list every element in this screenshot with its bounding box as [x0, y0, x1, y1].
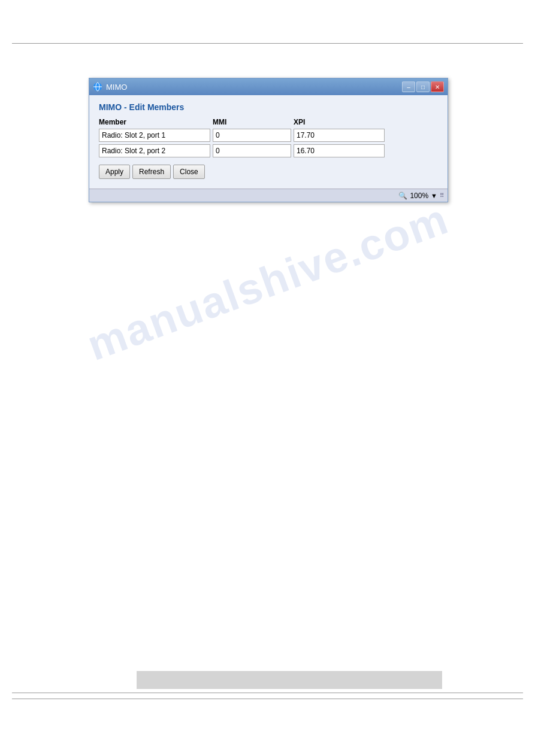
- xpi-input-2[interactable]: [294, 144, 385, 157]
- bottom-rule-1: [12, 693, 523, 693]
- title-bar: MIMO – □ ✕: [89, 78, 448, 95]
- top-rule: [12, 43, 523, 44]
- bottom-bar: [137, 671, 442, 689]
- member-input-2[interactable]: [99, 144, 210, 157]
- xpi-input-1[interactable]: [294, 129, 385, 142]
- zoom-icon: 🔍: [398, 192, 407, 200]
- mimo-window: MIMO – □ ✕ MIMO - Edit Members Member MM…: [89, 78, 448, 202]
- bottom-rule-2: [12, 699, 523, 699]
- title-bar-left: MIMO: [93, 82, 127, 92]
- window-content: MIMO - Edit Members Member MMI XPI Apply…: [89, 95, 448, 189]
- dialog-title: MIMO - Edit Members: [99, 102, 438, 112]
- mmi-input-1[interactable]: [213, 129, 291, 142]
- close-window-button[interactable]: ✕: [431, 81, 444, 92]
- mmi-input-2[interactable]: [213, 144, 291, 157]
- status-bar: 🔍 100% ▼ ⠿: [89, 189, 448, 202]
- col-header-member: Member: [99, 118, 213, 126]
- table-row: [99, 129, 438, 142]
- table-row: [99, 144, 438, 157]
- resize-handle[interactable]: ⠿: [440, 192, 444, 199]
- zoom-value: 100%: [410, 192, 428, 200]
- zoom-dropdown[interactable]: ▼: [431, 192, 437, 199]
- buttons-row: Apply Refresh Close: [99, 165, 438, 179]
- watermark: manualshive.com: [80, 194, 454, 370]
- app-icon: [93, 82, 102, 92]
- minimize-button[interactable]: –: [402, 81, 415, 92]
- col-header-xpi: XPI: [294, 118, 386, 126]
- maximize-button[interactable]: □: [416, 81, 430, 92]
- refresh-button[interactable]: Refresh: [132, 165, 171, 179]
- apply-button[interactable]: Apply: [99, 165, 130, 179]
- col-header-mmi: MMI: [213, 118, 294, 126]
- table-header: Member MMI XPI: [99, 118, 438, 126]
- close-button[interactable]: Close: [173, 165, 205, 179]
- title-bar-controls: – □ ✕: [402, 81, 444, 92]
- member-input-1[interactable]: [99, 129, 210, 142]
- window-title: MIMO: [106, 83, 127, 92]
